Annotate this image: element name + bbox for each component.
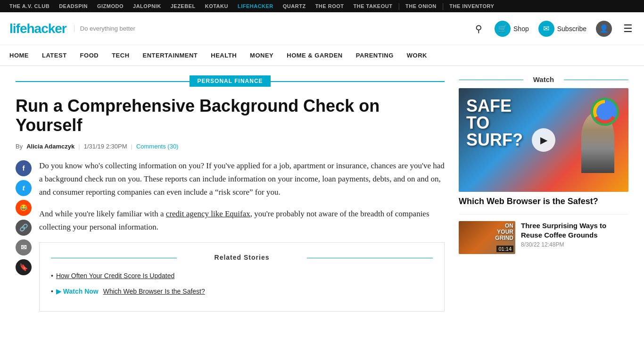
related-link-1[interactable]: How Often Your Credit Score Is Updated xyxy=(56,271,174,281)
second-video-item: ONYOURGRIND 01:14 Three Surprising Ways … xyxy=(459,214,628,254)
related-stories-title: Related Stories xyxy=(51,252,433,263)
shop-icon: 🛒 xyxy=(495,21,511,37)
separator-1: | xyxy=(397,2,401,10)
author-label: By xyxy=(16,143,23,150)
link-icon: 🔗 xyxy=(19,223,28,232)
topbar-item-jalopnik[interactable]: JALOPNIK xyxy=(128,0,166,12)
article-title: Run a Comprehensive Background Check on … xyxy=(16,96,445,135)
main-navigation: HOME LATEST FOOD TECH ENTERTAINMENT HEAL… xyxy=(0,45,644,66)
header-actions: ⚲ 🛒 Shop ✉ Subscribe 👤 ☰ xyxy=(475,21,635,37)
equifax-link[interactable]: credit agency like Equifax xyxy=(166,209,250,218)
subscribe-button[interactable]: ✉ Subscribe xyxy=(538,21,586,37)
reddit-icon: 😂 xyxy=(20,204,27,211)
video-1-play-button[interactable]: ▶ xyxy=(532,128,555,152)
topbar-item-jezebel[interactable]: JEZEBEL xyxy=(166,0,200,12)
share-twitter-button[interactable]: t xyxy=(16,180,32,196)
nav-item-work[interactable]: WORK xyxy=(400,45,434,66)
watch-now-label[interactable]: ▶ Watch Now xyxy=(56,286,99,297)
main-content: PERSONAL FINANCE Run a Comprehensive Bac… xyxy=(16,75,445,312)
video-2-title[interactable]: Three Surprising Ways to Reuse Coffee Gr… xyxy=(521,221,628,239)
related-item-1: How Often Your Credit Score Is Updated xyxy=(51,271,433,281)
nav-item-latest[interactable]: LATEST xyxy=(35,45,74,66)
article-paragraph-2: And while you're likely familiar with a … xyxy=(39,207,445,234)
social-share-sidebar: f t 😂 🔗 ✉ 🔖 xyxy=(16,159,32,312)
article-date: 1/31/19 2:30PM xyxy=(84,143,127,150)
article-meta: By Alicia Adamczyk | 1/31/19 2:30PM | Co… xyxy=(16,143,445,150)
logo-area: lifehacker Do everything better xyxy=(9,21,135,36)
topbar-item-avclub[interactable]: THE A.V. CLUB xyxy=(5,0,54,12)
topbar-item-theroot[interactable]: THE ROOT xyxy=(311,0,349,12)
nav-item-money[interactable]: MONEY xyxy=(243,45,280,66)
twitter-icon: t xyxy=(23,184,25,192)
meta-separator-2: | xyxy=(131,143,132,150)
site-logo[interactable]: lifehacker xyxy=(9,21,66,36)
nav-item-entertainment[interactable]: ENTERTAINMENT xyxy=(136,45,205,66)
share-facebook-button[interactable]: f xyxy=(16,160,32,176)
topbar-item-quartz[interactable]: QUARTZ xyxy=(278,0,311,12)
site-tagline: Do everything better xyxy=(74,25,135,32)
top-navigation-bar: THE A.V. CLUB DEADSPIN GIZMODO JALOPNIK … xyxy=(0,0,644,12)
video-2-thumbnail[interactable]: ONYOURGRIND 01:14 xyxy=(459,221,515,254)
video-2-meta: 8/30/22 12:48PM xyxy=(521,241,628,248)
subscribe-label: Subscribe xyxy=(557,25,586,33)
nav-item-parenting[interactable]: PARENTING xyxy=(349,45,400,66)
video-1-thumbnail[interactable]: SAFETOSURF? ▶ xyxy=(459,88,628,192)
share-email-button[interactable]: ✉ xyxy=(16,239,32,255)
nav-item-home[interactable]: HOME xyxy=(9,45,35,66)
topbar-item-gizmodo[interactable]: GIZMODO xyxy=(92,0,128,12)
category-bar: PERSONAL FINANCE xyxy=(16,75,445,87)
article-comments-link[interactable]: Comments (30) xyxy=(136,143,179,150)
category-badge[interactable]: PERSONAL FINANCE xyxy=(190,75,270,87)
content-wrapper: PERSONAL FINANCE Run a Comprehensive Bac… xyxy=(6,66,638,312)
video-1-overlay-text: SAFETOSURF? xyxy=(466,98,523,148)
video-2-duration: 01:14 xyxy=(496,246,513,252)
watch-section: Watch SAFETOSURF? ▶ Which Web Browser is… xyxy=(459,75,628,254)
article-body: f t 😂 🔗 ✉ 🔖 Do you know w xyxy=(16,159,445,312)
nav-item-home-garden[interactable]: HOME & GARDEN xyxy=(280,45,349,66)
video-2-info: Three Surprising Ways to Reuse Coffee Gr… xyxy=(521,221,628,254)
topbar-item-lifehacker[interactable]: LIFEHACKER xyxy=(233,0,278,12)
nav-item-food[interactable]: FOOD xyxy=(74,45,106,66)
topbar-item-theinventory[interactable]: THE INVENTORY xyxy=(445,0,499,12)
shop-button[interactable]: 🛒 Shop xyxy=(495,21,529,37)
related-stories-box: Related Stories How Often Your Credit Sc… xyxy=(39,242,445,312)
related-item-2: ▶ Watch Now Which Web Browser Is the Saf… xyxy=(51,286,433,297)
article-text-content: Do you know who's collecting information… xyxy=(39,159,445,312)
facebook-icon: f xyxy=(23,164,25,172)
article-author[interactable]: Alicia Adamczyk xyxy=(26,143,74,150)
subscribe-icon: ✉ xyxy=(538,21,554,37)
bookmark-icon: 🔖 xyxy=(19,263,28,272)
topbar-item-deadspin[interactable]: DEADSPIN xyxy=(54,0,92,12)
share-reddit-button[interactable]: 😂 xyxy=(16,200,32,216)
shop-label: Shop xyxy=(513,25,529,33)
video-1-title[interactable]: Which Web Browser is the Safest? xyxy=(459,197,628,206)
topbar-item-kotaku[interactable]: KOTAKU xyxy=(200,0,233,12)
sidebar: Watch SAFETOSURF? ▶ Which Web Browser is… xyxy=(459,75,628,312)
bookmark-button[interactable]: 🔖 xyxy=(16,259,32,275)
user-account-icon[interactable]: 👤 xyxy=(596,21,612,37)
related-link-2[interactable]: Which Web Browser Is the Safest? xyxy=(103,286,205,297)
nav-item-health[interactable]: HEALTH xyxy=(204,45,243,66)
separator-2: | xyxy=(441,2,445,10)
watch-section-title: Watch xyxy=(459,75,628,83)
hamburger-menu-icon[interactable]: ☰ xyxy=(621,21,635,37)
topbar-item-thetakeout[interactable]: THE TAKEOUT xyxy=(348,0,397,12)
search-icon[interactable]: ⚲ xyxy=(475,23,482,34)
chrome-inner xyxy=(596,103,613,120)
site-header: lifehacker Do everything better ⚲ 🛒 Shop… xyxy=(0,12,644,45)
article-paragraph-1: Do you know who's collecting information… xyxy=(39,159,445,199)
email-icon: ✉ xyxy=(21,243,27,252)
video-2-overlay-text: ONYOURGRIND xyxy=(495,223,513,242)
topbar-item-theonion[interactable]: THE ONION xyxy=(401,0,441,12)
meta-separator-1: | xyxy=(78,143,80,150)
nav-item-tech[interactable]: TECH xyxy=(105,45,136,66)
copy-link-button[interactable]: 🔗 xyxy=(16,220,32,236)
